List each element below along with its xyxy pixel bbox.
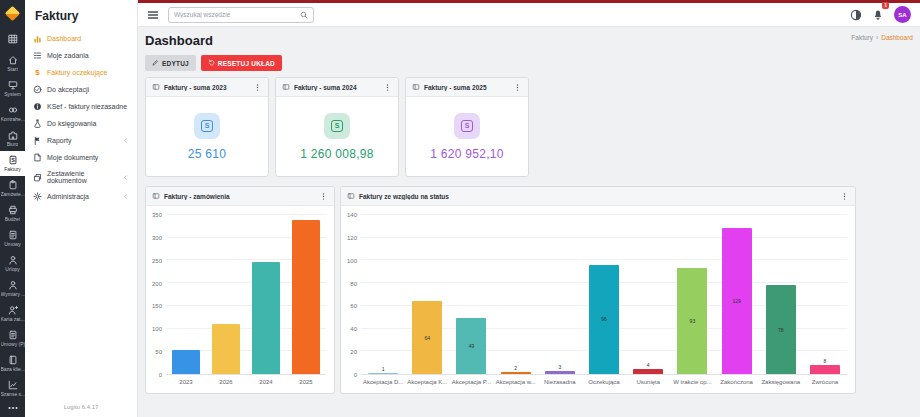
currency-glyph: S xyxy=(461,120,473,132)
sidebar-item-do-akceptacji[interactable]: Do akceptacji xyxy=(25,81,137,98)
edit-button[interactable]: EDYTUJ xyxy=(145,55,196,71)
card-header: Faktury - suma 2024 xyxy=(276,78,398,97)
search-input[interactable] xyxy=(174,11,296,18)
rail-item-szanse[interactable]: Szanse s... xyxy=(0,376,25,401)
sidebar-item-faktury-oczekujące[interactable]: $Faktury oczekujące xyxy=(25,64,137,81)
rail-more-button[interactable] xyxy=(0,401,25,417)
bar-slot xyxy=(286,215,326,374)
sidebar-item-zestawienie-dokumentów[interactable]: Zestawienie dokumentów xyxy=(25,166,137,188)
content: Dashboard Faktury › Dashboard EDYTUJ RES… xyxy=(138,27,920,417)
rail-item-apps[interactable] xyxy=(0,26,25,51)
book-icon xyxy=(8,355,18,365)
global-search xyxy=(168,7,314,23)
bar-2023[interactable] xyxy=(172,350,199,374)
bar-zakończona[interactable]: 129 xyxy=(722,228,752,375)
rail-item-label: Start xyxy=(7,66,18,72)
bar-w-trakcie-op-[interactable]: 93 xyxy=(677,268,707,374)
bar-slot: 93 xyxy=(670,215,714,374)
x-tick-label: W trakcie op... xyxy=(670,379,714,385)
kebab-menu-icon[interactable] xyxy=(383,83,392,92)
chart-card-orders: Faktury - zamówienia 0501001502002503003… xyxy=(145,186,335,394)
rail-item-umowy[interactable]: Umowy xyxy=(0,226,25,251)
bar-slot: 1 xyxy=(361,215,405,374)
rail-item-budzet[interactable]: Budżet xyxy=(0,201,25,226)
rail-item-label: Biuro xyxy=(7,141,19,147)
card-header: Faktury - zamówienia xyxy=(146,187,334,206)
bar-niezasadna[interactable]: 3 xyxy=(545,371,575,374)
search-icon[interactable] xyxy=(300,11,308,19)
bar-2025[interactable] xyxy=(292,220,319,374)
card-header: Faktury - suma 2025 xyxy=(406,78,528,97)
notifications-button[interactable]: 1 xyxy=(872,6,884,24)
bar-akceptacja-p-[interactable]: 49 xyxy=(456,318,486,374)
rail-item-biuro[interactable]: Biuro xyxy=(0,126,25,151)
widget-icon xyxy=(152,192,160,200)
sidebar-title: Faktury xyxy=(25,0,137,30)
x-tick-label: Zwrócona xyxy=(803,379,847,385)
bar-zaksięgowana[interactable]: 78 xyxy=(766,285,796,374)
card-title: Faktury - suma 2023 xyxy=(164,84,249,91)
sidebar-item-administracja[interactable]: Administracja xyxy=(25,188,137,205)
rail-item-umowy-p[interactable]: Umowy (P) xyxy=(0,326,25,351)
kebab-menu-icon[interactable] xyxy=(253,83,262,92)
y-tick-label: 0 xyxy=(159,372,162,378)
rail-item-urlopy[interactable]: Urlopy xyxy=(0,251,25,276)
kebab-menu-icon[interactable] xyxy=(319,192,328,201)
sidebar-item-label: Faktury oczekujące xyxy=(47,69,107,76)
x-tick-label: Zaksięgowana xyxy=(759,379,803,385)
sidebar-item-moje-zadania[interactable]: Moje zadania xyxy=(25,47,137,64)
rail-item-zamowienia[interactable]: Zamówie... xyxy=(0,176,25,201)
plot-wrap: 164492396493129788 Akceptacja D...Akcept… xyxy=(361,215,847,389)
sidebar-item-dashboard[interactable]: Dashboard xyxy=(25,30,137,47)
sidebar-item-moje-dokumenty[interactable]: Moje dokumenty xyxy=(25,149,137,166)
sidebar-item-label: Do akceptacji xyxy=(47,86,89,93)
bar-zwrócona[interactable]: 8 xyxy=(810,365,840,374)
sum-value: 25 610 xyxy=(188,147,227,161)
stack-icon xyxy=(33,173,42,182)
sidebar-item-raporty[interactable]: Raporty xyxy=(25,132,137,149)
sum-value: 1 260 008,98 xyxy=(300,147,374,161)
rail-item-karta-zatrudnienia[interactable]: Karta zat... xyxy=(0,301,25,326)
breadcrumb: Faktury › Dashboard xyxy=(851,34,913,41)
charts-row: Faktury - zamówienia 0501001502002503003… xyxy=(145,186,913,394)
bar-value-label: 49 xyxy=(469,343,475,349)
sidebar-item-ksef-faktury-niezasadne[interactable]: KSef - faktury niezasadne xyxy=(25,98,137,115)
breadcrumb-parent[interactable]: Faktury xyxy=(851,34,873,41)
bar-akceptacja-d-[interactable]: 1 xyxy=(368,373,398,374)
bar-akceptacja-k-[interactable]: 64 xyxy=(412,301,442,374)
avatar[interactable]: SA xyxy=(894,6,911,23)
hamburger-menu-icon[interactable] xyxy=(147,9,159,21)
y-tick-label: 120 xyxy=(347,235,357,241)
document-icon xyxy=(33,153,42,162)
bar-oczekująca[interactable]: 96 xyxy=(589,265,619,374)
rail-item-faktury[interactable]: SFaktury xyxy=(0,151,25,176)
y-tick-label: 200 xyxy=(152,281,162,287)
rail-item-label: Umowy (P) xyxy=(1,341,25,347)
office-icon xyxy=(8,130,18,140)
sidebar-item-do-księgowania[interactable]: Do księgowania xyxy=(25,115,137,132)
logito-logo[interactable] xyxy=(0,0,25,26)
bar-akceptacja-w-[interactable]: 2 xyxy=(501,372,531,374)
widget-icon xyxy=(282,83,290,91)
bar-2026[interactable] xyxy=(212,324,239,374)
rail-item-wymiary[interactable]: Wymiary ... xyxy=(0,276,25,301)
monitor-icon xyxy=(8,80,18,90)
bar-usunięta[interactable]: 4 xyxy=(633,369,663,374)
sidebar-item-label: Dashboard xyxy=(47,35,81,42)
rail-item-start[interactable]: Start xyxy=(0,51,25,76)
x-tick-label: 2025 xyxy=(286,379,326,385)
rail-item-system[interactable]: System xyxy=(0,76,25,101)
bar-slot: 8 xyxy=(803,215,847,374)
rail-item-baza-klientow[interactable]: Baza klie... xyxy=(0,351,25,376)
kebab-menu-icon[interactable] xyxy=(513,83,522,92)
bar-slot: 129 xyxy=(715,215,759,374)
sidebar-item-label: Do księgowania xyxy=(47,120,96,127)
reset-layout-button[interactable]: RESETUJ UKŁAD xyxy=(201,55,282,71)
x-tick-label: 2023 xyxy=(166,379,206,385)
rail-item-kontrahenci[interactable]: Kontrahe... xyxy=(0,101,25,126)
bar-2024[interactable] xyxy=(252,262,279,374)
kebab-menu-icon[interactable] xyxy=(840,192,849,201)
bar-value-label: 96 xyxy=(601,316,607,322)
theme-contrast-icon[interactable] xyxy=(850,9,862,21)
main-area: 1 SA Dashboard Faktury › Dashboard EDYTU… xyxy=(138,0,920,417)
